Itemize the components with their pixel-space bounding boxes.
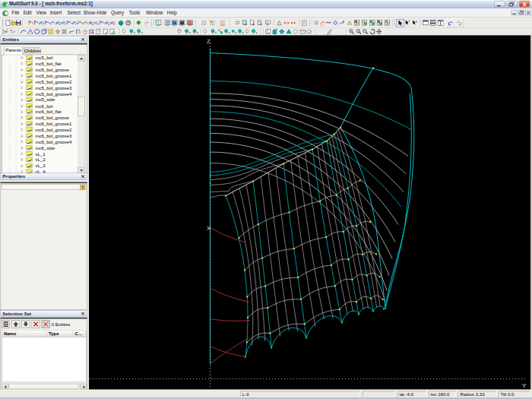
svg-text:q: q: [228, 31, 230, 34]
svg-text:Q: Q: [267, 21, 269, 24]
svg-text:q: q: [242, 31, 243, 34]
svg-text:q: q: [188, 31, 190, 34]
svg-text:q: q: [214, 31, 216, 34]
svg-text:q: q: [196, 31, 198, 34]
svg-text:q: q: [255, 31, 257, 34]
svg-text:Q: Q: [357, 30, 359, 33]
svg-text:q: q: [141, 31, 142, 34]
svg-text:Z: Z: [207, 38, 211, 45]
svg-text:q: q: [235, 31, 236, 34]
svg-text:q: q: [133, 31, 135, 34]
svg-text:Y: Y: [522, 382, 527, 389]
